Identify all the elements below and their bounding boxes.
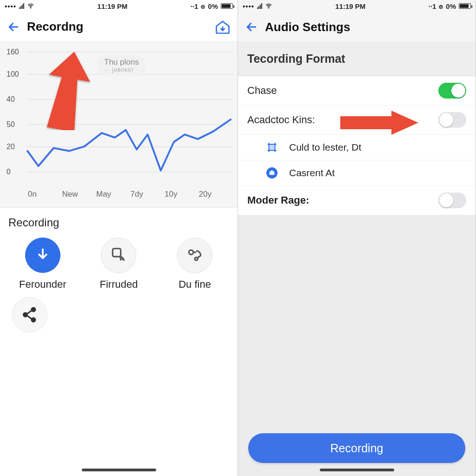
carrier-tag: ··1 [191, 2, 198, 10]
cta-label: Recording [331, 442, 383, 455]
x-tick: 7dy [131, 190, 165, 199]
share-button[interactable] [12, 297, 47, 332]
setting-label: Moder Rage: [247, 194, 438, 206]
page-title: Audio Settings [265, 20, 350, 34]
x-tick: 0n [28, 190, 62, 199]
chart-tooltip-title: Thu plons [104, 58, 139, 66]
action-label: Firruded [100, 278, 138, 291]
ferounder-button[interactable] [25, 238, 60, 273]
setting-label: Chase [247, 85, 438, 97]
signal-dots-icon [243, 2, 254, 10]
svg-point-9 [189, 250, 193, 255]
x-tick: May [96, 190, 131, 199]
x-axis-labels: 0n New May 7dy 10y 20y [5, 186, 233, 207]
cellular-bars-icon [257, 3, 262, 9]
setting-row-chase[interactable]: Chase [238, 76, 476, 106]
svg-line-15 [27, 316, 32, 319]
svg-rect-21 [271, 171, 273, 172]
action-grid: Ferounder Firruded Du fine [0, 235, 238, 332]
svg-point-16 [268, 7, 269, 8]
chart-tooltip-sub: ··· joвnєsт [104, 67, 139, 73]
shield-icon: ⌾ [439, 2, 443, 10]
battery-percent: 0% [446, 2, 456, 10]
home-indicator[interactable] [320, 469, 394, 471]
battery-percent: 0% [208, 2, 218, 10]
x-tick: New [62, 190, 97, 199]
du-fine-button[interactable] [177, 238, 212, 273]
svg-point-10 [195, 258, 198, 260]
setting-subrow-culd[interactable]: Culd to lester, Dt [238, 135, 476, 160]
toggle-chase[interactable] [438, 83, 466, 99]
setting-label: Acadctoc Kins: [247, 114, 438, 126]
setting-row-acadctoc[interactable]: Acadctoc Kins: [238, 106, 476, 135]
firruded-button[interactable] [101, 238, 136, 273]
cellular-bars-icon [19, 3, 24, 9]
line-chart[interactable]: 160 100 40 50 20 0 Thu plons [5, 46, 233, 186]
battery-icon [459, 3, 471, 9]
home-indicator[interactable] [82, 469, 156, 471]
status-bar: 11:19 PM ··1 ⌾ 0% [0, 0, 238, 12]
svg-rect-20 [270, 172, 275, 175]
nav-bar: Audio Settings [238, 12, 476, 42]
crop-icon [264, 141, 280, 153]
setting-subrow-casrent[interactable]: Casrent At [238, 160, 476, 186]
x-tick: 20y [199, 190, 233, 199]
x-tick: 10y [165, 190, 199, 199]
chart-tooltip: Thu plons ··· joвnєsт [98, 55, 145, 76]
setting-row-moder[interactable]: Moder Rage: [238, 186, 476, 215]
status-time: 11:19 PM [335, 2, 365, 10]
svg-rect-8 [113, 249, 121, 257]
camera-icon [264, 167, 280, 179]
setting-sublabel: Culd to lester, Dt [289, 142, 361, 153]
page-title: Recordng [27, 20, 83, 34]
group-header: Tecording Format [238, 42, 476, 76]
svg-rect-18 [269, 145, 275, 151]
home-download-icon[interactable] [214, 19, 231, 35]
toggle-moder[interactable] [438, 192, 466, 208]
status-time: 11:19 PM [97, 2, 127, 10]
svg-line-14 [27, 311, 32, 314]
empty-space [238, 215, 476, 424]
nav-bar: Recordng [0, 12, 238, 42]
toggle-acadctoc[interactable] [438, 112, 466, 128]
setting-sublabel: Casrent At [289, 167, 335, 178]
signal-dots-icon [5, 2, 16, 10]
back-button[interactable] [245, 20, 258, 34]
chart-panel: 160 100 40 50 20 0 Thu plons [0, 42, 238, 208]
wifi-icon [27, 2, 34, 10]
status-bar: 11:19 PM ··1 ⌾ 0% [238, 0, 476, 12]
battery-icon [221, 3, 233, 9]
action-label: Ferounder [19, 278, 66, 291]
action-label: Du fine [178, 278, 211, 291]
wifi-icon [265, 2, 272, 10]
svg-point-0 [30, 7, 31, 8]
recording-button[interactable]: Recording [248, 433, 465, 463]
section-title: Recording [0, 208, 238, 235]
back-button[interactable] [7, 20, 20, 34]
shield-icon: ⌾ [201, 2, 205, 10]
carrier-tag: ··1 [429, 2, 436, 10]
